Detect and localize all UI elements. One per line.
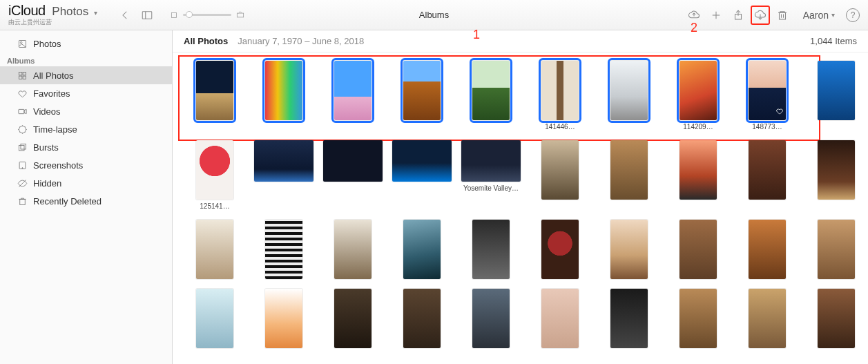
zoom-slider[interactable] bbox=[165, 10, 249, 20]
section-label: Photos bbox=[52, 5, 88, 18]
sidebar-albums-header: Albums bbox=[0, 52, 172, 66]
photo-thumbnail[interactable] bbox=[472, 289, 510, 348]
photo-cell bbox=[529, 289, 591, 348]
photo-thumbnail[interactable] bbox=[679, 61, 717, 120]
photo-thumbnail[interactable] bbox=[610, 61, 648, 120]
photo-thumbnail[interactable] bbox=[196, 61, 233, 120]
photo-grid: 141446…114209…148773…125141…Yosemite Val… bbox=[184, 61, 857, 348]
photo-cell bbox=[529, 220, 591, 279]
video-icon bbox=[17, 106, 28, 117]
svg-line-24 bbox=[25, 126, 26, 127]
photo-thumbnail[interactable] bbox=[461, 140, 521, 182]
photo-thumbnail[interactable] bbox=[323, 140, 383, 182]
heart-icon bbox=[17, 88, 28, 99]
photo-cell: 114209… bbox=[667, 61, 729, 131]
section-dropdown[interactable]: Photos ▾ bbox=[52, 5, 97, 18]
photo-thumbnail[interactable] bbox=[265, 289, 302, 348]
sidebar-item-label: Hidden bbox=[33, 178, 61, 189]
svg-rect-14 bbox=[19, 76, 21, 79]
sidebar-item-hidden[interactable]: Hidden bbox=[0, 174, 172, 192]
photo-thumbnail[interactable] bbox=[610, 220, 648, 279]
photo-thumbnail[interactable] bbox=[818, 289, 855, 348]
toolbar: iCloud Photos ▾ 由云上贵州运营 Albums 1 bbox=[0, 0, 868, 30]
photo-thumbnail[interactable] bbox=[749, 61, 786, 120]
sidebar-item-time-lapse[interactable]: Time-lapse bbox=[0, 120, 172, 138]
photo-thumbnail[interactable] bbox=[610, 140, 648, 200]
zoom-track[interactable] bbox=[183, 14, 231, 16]
photo-thumbnail[interactable] bbox=[254, 140, 314, 182]
sidebar-item-screenshots[interactable]: Screenshots bbox=[0, 156, 172, 174]
sidebar-item-videos[interactable]: Videos bbox=[0, 102, 172, 120]
share-icon bbox=[732, 9, 744, 21]
photo-cell bbox=[184, 220, 246, 279]
photo-thumbnail[interactable] bbox=[749, 140, 786, 200]
sidebar-item-bursts[interactable]: Bursts bbox=[0, 138, 172, 156]
download-button[interactable] bbox=[751, 6, 770, 25]
svg-rect-13 bbox=[23, 72, 26, 75]
photo-thumbnail[interactable] bbox=[679, 140, 717, 200]
back-button[interactable] bbox=[115, 6, 135, 25]
photo-thumbnail[interactable] bbox=[541, 289, 579, 348]
photo-thumbnail[interactable] bbox=[403, 61, 441, 120]
photo-thumbnail[interactable] bbox=[403, 289, 441, 348]
sidebar-item-label: Favorites bbox=[33, 88, 70, 99]
user-menu[interactable]: Aaron ▾ bbox=[803, 10, 835, 21]
screenshot-icon bbox=[17, 160, 28, 171]
photo-thumbnail[interactable] bbox=[265, 61, 302, 120]
photo-cell bbox=[805, 220, 867, 279]
photo-cell bbox=[529, 140, 591, 210]
photo-thumbnail[interactable] bbox=[679, 220, 717, 279]
svg-rect-28 bbox=[21, 144, 26, 149]
photo-thumbnail[interactable] bbox=[334, 289, 372, 348]
zoom-in-icon bbox=[235, 10, 245, 20]
photo-thumbnail[interactable] bbox=[392, 140, 452, 182]
photo-thumbnail[interactable] bbox=[749, 220, 786, 279]
photo-thumbnail[interactable] bbox=[265, 220, 302, 279]
brand-tagline: 由云上贵州运营 bbox=[8, 18, 97, 27]
photo-thumbnail[interactable] bbox=[749, 289, 786, 348]
photo-cell bbox=[460, 61, 522, 131]
photo-thumbnail[interactable] bbox=[403, 220, 441, 279]
sidebar-toggle-button[interactable] bbox=[137, 6, 157, 25]
sidebar-item-favorites[interactable]: Favorites bbox=[0, 84, 172, 102]
photo-cell bbox=[322, 289, 384, 348]
add-button[interactable] bbox=[706, 6, 726, 25]
svg-line-23 bbox=[19, 126, 20, 127]
photo-thumbnail[interactable] bbox=[472, 61, 510, 120]
photo-cell bbox=[322, 140, 384, 210]
photo-cell bbox=[805, 140, 867, 210]
photo-cell bbox=[667, 220, 729, 279]
svg-marker-17 bbox=[24, 109, 26, 113]
photo-thumbnail[interactable] bbox=[541, 140, 579, 200]
photo-thumbnail[interactable] bbox=[818, 140, 855, 200]
photo-caption: 114209… bbox=[683, 123, 713, 131]
photo-thumbnail[interactable] bbox=[818, 61, 855, 120]
delete-button[interactable] bbox=[773, 6, 792, 25]
sidebar-item-all-photos[interactable]: All Photos bbox=[0, 66, 172, 84]
photo-thumbnail[interactable] bbox=[334, 220, 372, 279]
sidebar-photos[interactable]: Photos bbox=[0, 35, 172, 52]
share-button[interactable] bbox=[729, 6, 748, 25]
photo-cell bbox=[805, 61, 867, 131]
photo-thumbnail[interactable] bbox=[196, 140, 233, 200]
photo-thumbnail[interactable] bbox=[818, 220, 855, 279]
photo-thumbnail[interactable] bbox=[334, 61, 372, 120]
svg-rect-15 bbox=[23, 76, 26, 79]
photo-cell bbox=[598, 140, 660, 210]
photo-thumbnail[interactable] bbox=[196, 289, 233, 348]
photo-thumbnail[interactable] bbox=[541, 61, 579, 120]
photo-caption: 148773… bbox=[752, 123, 782, 131]
photo-thumbnail[interactable] bbox=[196, 220, 233, 279]
photo-thumbnail[interactable] bbox=[472, 220, 510, 279]
photo-cell bbox=[598, 220, 660, 279]
photo-thumbnail[interactable] bbox=[541, 220, 579, 279]
help-button[interactable]: ? bbox=[846, 8, 860, 22]
sidebar-item-recently-deleted[interactable]: Recently Deleted bbox=[0, 192, 172, 210]
zoom-knob[interactable] bbox=[186, 11, 193, 18]
right-toolbar: Aaron ▾ ? bbox=[683, 6, 860, 25]
brand-block: iCloud Photos ▾ 由云上贵州运营 bbox=[8, 3, 97, 27]
photo-thumbnail[interactable] bbox=[679, 289, 717, 348]
content-count: 1,044 Items bbox=[810, 36, 857, 46]
sidebar-item-label: Photos bbox=[33, 39, 61, 49]
photo-thumbnail[interactable] bbox=[610, 289, 648, 348]
